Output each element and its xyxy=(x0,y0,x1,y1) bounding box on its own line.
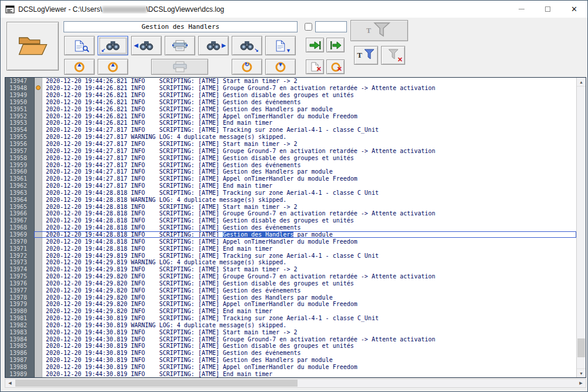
log-row[interactable]: 139532020-12-20 19:44:26.821 INFO SCRIPT… xyxy=(5,119,576,127)
circle-arrow-down-button[interactable]: ▼ xyxy=(265,59,296,75)
find-all-button[interactable]: ↙ xyxy=(98,36,128,55)
log-row[interactable]: 139772020-12-20 19:44:29.820 INFO SCRIPT… xyxy=(5,287,576,294)
log-row[interactable]: 139702020-12-20 19:44:28.818 INFO SCRIPT… xyxy=(5,238,576,245)
log-row[interactable]: 139742020-12-20 19:44:29.819 INFO SCRIPT… xyxy=(5,266,576,273)
log-row[interactable]: 139502020-12-20 19:44:26.821 INFO SCRIPT… xyxy=(5,99,576,106)
log-row[interactable]: 139892020-12-20 19:44:30.819 INFO SCRIPT… xyxy=(5,370,576,377)
log-row[interactable]: 139642020-12-20 19:44:28.818 WARNING LOG… xyxy=(5,196,576,203)
log-row[interactable]: 139802020-12-20 19:44:29.820 INFO SCRIPT… xyxy=(5,308,576,315)
goto-previous-bookmark-button[interactable] xyxy=(326,38,345,52)
search-document-button[interactable] xyxy=(64,36,95,55)
circle-arrow-up-button-1[interactable]: ▲ xyxy=(64,59,95,75)
log-row[interactable]: 139622020-12-20 19:44:27.817 INFO SCRIPT… xyxy=(5,182,576,190)
line-number: 13985 xyxy=(5,343,35,350)
log-text: 2020-12-20 19:44:28.818 INFO SCRIPTING: … xyxy=(42,245,272,252)
scroll-left-button[interactable]: ◀ xyxy=(5,379,15,387)
log-row[interactable]: 139722020-12-20 19:44:29.819 INFO SCRIPT… xyxy=(5,252,576,259)
log-text: 2020-12-20 19:44:29.819 INFO SCRIPTING: … xyxy=(42,253,379,259)
log-row[interactable]: 139792020-12-20 19:44:29.820 INFO SCRIPT… xyxy=(5,301,576,308)
apply-filter-button[interactable]: T xyxy=(350,20,408,41)
marker-cell xyxy=(35,357,42,364)
log-row[interactable]: 139832020-12-20 19:44:30.819 INFO SCRIPT… xyxy=(5,328,576,335)
clear-results-button[interactable]: ✕ xyxy=(306,59,324,74)
log-row[interactable]: 139602020-12-20 19:44:27.817 INFO SCRIPT… xyxy=(5,168,576,175)
scroll-right-button[interactable]: ▶ xyxy=(576,379,586,387)
text-filter-button[interactable]: T xyxy=(354,46,378,65)
print-results-button[interactable] xyxy=(165,36,195,55)
line-number: 13960 xyxy=(5,168,35,175)
log-row[interactable]: 139692020-12-20 19:44:28.818 INFO SCRIPT… xyxy=(5,231,576,238)
log-row[interactable]: 139822020-12-20 19:44:30.819 WARNING LOG… xyxy=(5,322,576,329)
open-log-button[interactable] xyxy=(6,22,59,71)
log-row[interactable]: 139582020-12-20 19:44:27.817 INFO SCRIPT… xyxy=(5,154,576,161)
find-last-button[interactable]: ↘ xyxy=(232,36,262,55)
scroll-down-button[interactable]: ▼ xyxy=(577,368,586,377)
log-row[interactable]: 139612020-12-20 19:44:27.817 INFO SCRIPT… xyxy=(5,175,576,182)
marker-cell xyxy=(35,147,42,154)
log-row[interactable]: 139552020-12-20 19:44:27.817 WARNING LOG… xyxy=(5,134,576,141)
log-row[interactable]: 139662020-12-20 19:44:28.818 INFO SCRIPT… xyxy=(5,210,576,217)
log-text: 2020-12-20 19:44:28.818 INFO SCRIPTING: … xyxy=(42,217,354,224)
log-row[interactable]: 139632020-12-20 19:44:28.818 INFO SCRIPT… xyxy=(5,190,576,197)
horizontal-scrollbar[interactable]: ◀ ▶ xyxy=(5,378,586,388)
find-next-button[interactable]: ▶ xyxy=(198,36,229,55)
log-row[interactable]: 139512020-12-20 19:44:26.821 INFO SCRIPT… xyxy=(5,105,576,112)
circle-refresh-button[interactable]: ↻ xyxy=(232,59,262,75)
log-row[interactable]: 139862020-12-20 19:44:30.819 INFO SCRIPT… xyxy=(5,350,576,357)
log-row[interactable]: 139842020-12-20 19:44:30.819 INFO SCRIPT… xyxy=(5,335,576,343)
log-row[interactable]: 139562020-12-20 19:44:27.817 INFO SCRIPT… xyxy=(5,141,576,148)
log-row[interactable]: 139522020-12-20 19:44:26.821 INFO SCRIPT… xyxy=(5,112,576,119)
log-row[interactable]: 139652020-12-20 19:44:28.818 INFO SCRIPT… xyxy=(5,203,576,210)
log-text: 2020-12-20 19:44:26.821 INFO SCRIPTING: … xyxy=(42,113,358,119)
log-row[interactable]: 139752020-12-20 19:44:29.820 INFO SCRIPT… xyxy=(5,273,576,280)
log-row[interactable]: 139482020-12-20 19:44:26.821 INFO SCRIPT… xyxy=(5,85,576,92)
log-text: 2020-12-20 19:44:26.821 INFO SCRIPTING: … xyxy=(42,78,297,84)
log-row[interactable]: 139762020-12-20 19:44:29.820 INFO SCRIPT… xyxy=(5,280,576,287)
log-text: 2020-12-20 19:44:26.821 INFO SCRIPTING: … xyxy=(42,92,354,98)
filter-count-input[interactable] xyxy=(315,21,347,32)
log-row[interactable]: 139732020-12-20 19:44:29.819 WARNING LOG… xyxy=(5,259,576,266)
marker-cell xyxy=(35,322,42,329)
line-number: 13976 xyxy=(5,280,35,287)
vertical-scrollbar[interactable]: ▲ ▼ xyxy=(576,78,586,377)
log-text: 2020-12-20 19:44:30.819 INFO SCRIPTING: … xyxy=(42,357,333,363)
find-previous-button[interactable]: ◀ xyxy=(131,36,162,55)
minimize-button[interactable] xyxy=(508,1,534,18)
log-row[interactable]: 139712020-12-20 19:44:28.818 INFO SCRIPT… xyxy=(5,245,576,252)
log-row[interactable]: 139492020-12-20 19:44:26.821 INFO SCRIPT… xyxy=(5,92,576,99)
log-row[interactable]: 139682020-12-20 19:44:28.818 INFO SCRIPT… xyxy=(5,224,576,231)
log-text: 2020-12-20 19:44:26.821 INFO SCRIPTING: … xyxy=(42,85,435,91)
vertical-scroll-thumb[interactable] xyxy=(577,338,585,357)
log-row[interactable]: 139672020-12-20 19:44:28.818 INFO SCRIPT… xyxy=(5,217,576,224)
goto-next-bookmark-button[interactable] xyxy=(306,38,324,52)
line-number: 13986 xyxy=(5,350,35,357)
circle-arrow-up-button-2[interactable]: ▲ xyxy=(98,59,128,75)
document-icon xyxy=(276,40,285,52)
log-row[interactable]: 139592020-12-20 19:44:27.817 INFO SCRIPT… xyxy=(5,161,576,168)
log-row[interactable]: 139812020-12-20 19:44:30.819 INFO SCRIPT… xyxy=(5,315,576,322)
log-row[interactable]: 139872020-12-20 19:44:30.819 INFO SCRIPT… xyxy=(5,357,576,364)
log-text: 2020-12-20 19:44:30.819 INFO SCRIPTING: … xyxy=(42,371,272,377)
marker-cell xyxy=(35,266,42,273)
bookmark-dot xyxy=(36,85,41,90)
scroll-up-button[interactable]: ▲ xyxy=(577,78,586,87)
print-page-button[interactable] xyxy=(151,59,208,75)
log-row[interactable]: 139572020-12-20 19:44:27.817 INFO SCRIPT… xyxy=(5,147,576,154)
search-input[interactable] xyxy=(64,21,298,32)
marker-cell xyxy=(35,99,42,106)
log-text: 2020-12-20 19:44:28.818 INFO SCRIPTING: … xyxy=(42,238,358,245)
log-row[interactable]: 139542020-12-20 19:44:27.817 INFO SCRIPT… xyxy=(5,127,576,134)
marker-cell xyxy=(35,127,42,134)
log-row[interactable]: 139882020-12-20 19:44:30.819 INFO SCRIPT… xyxy=(5,364,576,371)
maximize-button[interactable] xyxy=(534,1,561,18)
log-row[interactable]: 139472020-12-20 19:44:26.821 INFO SCRIPT… xyxy=(5,78,576,85)
close-button[interactable]: ✕ xyxy=(561,1,587,18)
search-option-checkbox[interactable] xyxy=(305,23,312,31)
save-results-button[interactable]: ▼ xyxy=(265,36,296,55)
log-view: 139472020-12-20 19:44:26.821 INFO SCRIPT… xyxy=(5,77,586,378)
horizontal-scroll-thumb[interactable] xyxy=(15,380,298,387)
clear-filter-button[interactable]: ✕ xyxy=(381,46,405,65)
clear-search-button[interactable]: ✕ xyxy=(326,59,345,74)
log-row[interactable]: 139782020-12-20 19:44:29.820 INFO SCRIPT… xyxy=(5,294,576,301)
log-row[interactable]: 139852020-12-20 19:44:30.819 INFO SCRIPT… xyxy=(5,343,576,350)
